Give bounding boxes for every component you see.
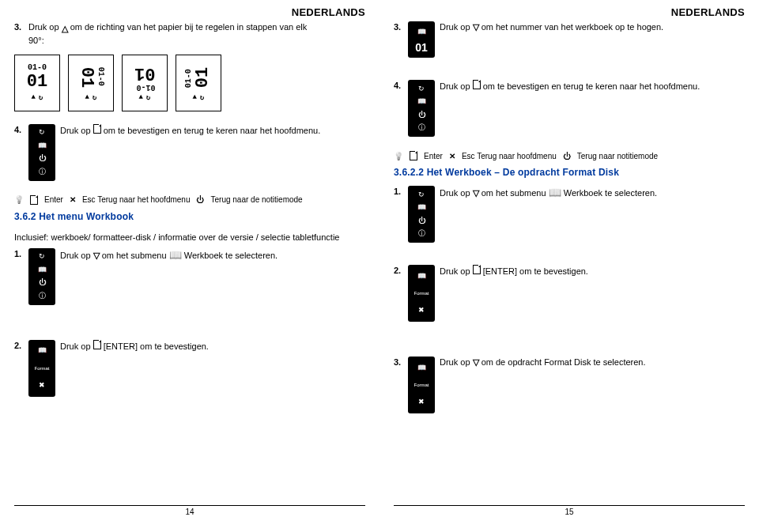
substep-1: 1. ↻📖⏻ⓘ Druk op om het submenu Werkboek … — [14, 248, 365, 305]
label: 01 — [134, 63, 155, 83]
text: om het nummer van het werkboek op te hog… — [481, 22, 664, 32]
hint-text: Terug naar de notitiemode — [210, 195, 302, 204]
label: 01-0 — [28, 63, 47, 72]
step-body: Druk op om de richting van het papier bi… — [28, 21, 365, 47]
triangle-down-icon — [93, 251, 100, 260]
section-title: 3.6.2 Het menu Workbook — [14, 211, 365, 222]
orientation-90: 01-0 01 ▲ — [68, 55, 114, 111]
hint-text: Enter — [44, 195, 63, 204]
step-number: 4. — [394, 80, 408, 92]
step-3: 3. 📖01 Druk op om het nummer van het wer… — [394, 21, 745, 58]
section-title: 3.6.2.2 Het Werkboek – De opdracht Forma… — [394, 167, 745, 178]
device-illustration: ↻📖⏻ⓘ — [408, 186, 440, 243]
device-illustration: ↻📖⏻ⓘ — [28, 248, 60, 305]
step-number: 2. — [394, 265, 408, 277]
step-body: Druk op om te bevestigen en terug te ker… — [440, 80, 745, 92]
bulb-icon — [394, 152, 403, 160]
document-icon — [473, 265, 481, 274]
bulb-icon — [14, 195, 24, 204]
substep-3: 3. 📖Format✖ Druk op om de opdracht Forma… — [394, 357, 745, 413]
device-illustration: 📖Format✖ — [408, 357, 440, 413]
rotate-icon — [93, 93, 96, 102]
text: Werkboek te selecteren. — [184, 251, 278, 260]
triangle-down-icon — [473, 357, 479, 367]
text: om het submenu — [102, 251, 169, 260]
substep-1: 1. ↻📖⏻ⓘ Druk op om het submenu Werkboek … — [394, 186, 745, 243]
orientation-0: 01-0 01 ▲ — [14, 55, 60, 111]
label: 01-0 — [96, 67, 105, 88]
orientation-270: 01-0 01 ▲ — [176, 55, 221, 111]
rotate-icon — [146, 93, 150, 102]
text: Druk op — [440, 22, 473, 32]
page-header-right: NEDERLANDS — [394, 6, 745, 18]
document-icon — [410, 151, 417, 160]
device-illustration: ↻📖⏻ⓘ — [28, 124, 60, 181]
text: [ENTER] om te bevestigen. — [483, 266, 588, 276]
hint-text: Enter — [424, 152, 443, 160]
document-icon — [30, 195, 38, 205]
step-number: 4. — [14, 124, 28, 136]
text: Druk op — [28, 22, 62, 32]
step-body: Druk op om het submenu Werkboek te selec… — [60, 248, 365, 262]
text: 90°: — [28, 36, 44, 45]
device-illustration: 📖Format✖ — [28, 340, 60, 397]
text: om te bevestigen en terug te keren naar … — [104, 126, 321, 135]
label: 01-0 — [184, 67, 193, 88]
hint-legend: Enter Esc Terug naar hoofdmenu Terug naa… — [394, 151, 745, 160]
orientation-180: 01-0 01 ▲ — [122, 55, 168, 111]
rotate-icon — [200, 93, 204, 102]
hint-legend: Enter Esc Terug naar het hoofdmenu Terug… — [14, 195, 365, 205]
text: Druk op — [440, 357, 473, 367]
step-4: 4. ↻📖⏻ⓘ Druk op om te bevestigen en teru… — [14, 124, 365, 181]
step-number: 3. — [394, 21, 408, 33]
rotate-icon — [39, 93, 43, 102]
book-icon — [169, 251, 182, 260]
step-body: Druk op om het submenu Werkboek te selec… — [440, 186, 745, 200]
label: 01 — [193, 67, 213, 88]
hint-text: Esc Terug naar het hoofdmenu — [82, 195, 191, 204]
document-icon — [93, 124, 101, 134]
text: Werkboek te selecteren. — [564, 188, 657, 198]
text: om de opdracht Format Disk te selecteren… — [481, 357, 646, 367]
triangle-down-icon — [473, 188, 479, 198]
x-icon — [449, 152, 455, 160]
step-4: 4. ↻📖⏻ⓘ Druk op om te bevestigen en teru… — [394, 80, 745, 137]
step-number: 3. — [14, 21, 28, 33]
device-illustration: ↻📖⏻ⓘ — [408, 80, 440, 137]
step-3: 3. Druk op om de richting van het papier… — [14, 21, 365, 47]
label: 01 — [27, 72, 47, 92]
footer-rule — [394, 505, 745, 506]
page-number: 14 — [14, 507, 365, 516]
substep-2: 2. 📖Format✖ Druk op [ENTER] om te bevest… — [394, 265, 745, 322]
text: om de richting van het papier bij te reg… — [70, 22, 308, 32]
text: [ENTER] om te bevestigen. — [104, 341, 209, 351]
text: om het submenu — [481, 188, 549, 198]
page-number: 15 — [394, 507, 745, 516]
text: Druk op — [440, 188, 473, 198]
book-icon — [549, 188, 561, 198]
text: Druk op — [60, 126, 93, 135]
triangle-up-icon — [62, 23, 68, 35]
step-body: Druk op [ENTER] om te bevestigen. — [60, 340, 365, 353]
page-header-left: NEDERLANDS — [14, 6, 365, 18]
text: Druk op — [440, 81, 473, 91]
text: Druk op — [440, 266, 473, 276]
step-number: 1. — [394, 186, 408, 198]
footer-rule — [14, 505, 365, 506]
text: Druk op — [60, 251, 93, 260]
step-body: Druk op [ENTER] om te bevestigen. — [440, 265, 745, 277]
power-icon — [196, 195, 204, 204]
step-number: 2. — [14, 340, 28, 352]
hint-text: Terug naar notitiemode — [577, 152, 658, 160]
step-number: 1. — [14, 248, 28, 260]
inclusive-text: Inclusief: werkboek/ formatteer-disk / i… — [14, 232, 365, 243]
step-body: Druk op om de opdracht Format Disk te se… — [440, 357, 745, 368]
text: om te bevestigen en terug te keren naar … — [483, 81, 700, 91]
page-left: NEDERLANDS 3. Druk op om de richting van… — [0, 0, 380, 532]
substep-2: 2. 📖Format✖ Druk op [ENTER] om te bevest… — [14, 340, 365, 397]
step-number: 3. — [394, 357, 408, 368]
document-icon — [473, 80, 481, 89]
text: Druk op — [60, 341, 93, 351]
power-icon — [563, 152, 571, 160]
manual-spread: NEDERLANDS 3. Druk op om de richting van… — [0, 0, 759, 532]
